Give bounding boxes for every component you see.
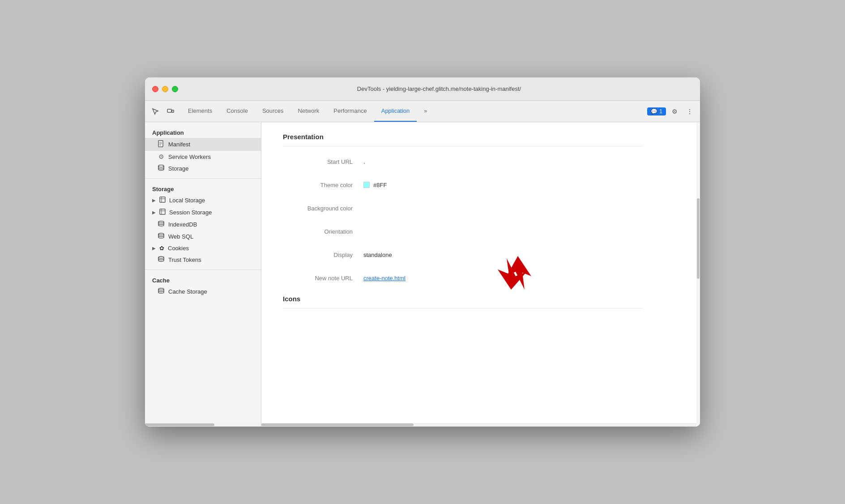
sidebar-item-web-sql[interactable]: Web SQL (145, 231, 261, 243)
cookies-chevron: ▶ (152, 246, 156, 251)
background-color-label: Background color (283, 205, 363, 212)
storage-app-icon (158, 165, 165, 172)
web-sql-label: Web SQL (168, 233, 193, 240)
field-background-color: Background color (283, 202, 643, 214)
svg-marker-18 (507, 256, 531, 290)
close-button[interactable] (152, 86, 158, 92)
sidebar-item-local-storage[interactable]: ▶ Local Storage (145, 194, 261, 206)
divider-1 (145, 178, 261, 179)
tab-performance[interactable]: Performance (326, 101, 374, 122)
cache-storage-label: Cache Storage (168, 288, 207, 295)
service-workers-label: Service Workers (168, 154, 211, 160)
start-url-link: . (363, 158, 365, 166)
new-note-url-value[interactable]: create-note.html (363, 275, 405, 282)
svg-marker-17 (498, 258, 527, 290)
field-theme-color: Theme color #8FF (283, 179, 643, 191)
sidebar-item-storage-app[interactable]: Storage (145, 162, 261, 175)
svg-point-13 (158, 221, 164, 223)
start-url-label: Start URL (283, 158, 363, 165)
tab-elements[interactable]: Elements (181, 101, 219, 122)
sidebar-item-cache-storage[interactable]: Cache Storage (145, 286, 261, 298)
local-storage-label: Local Storage (169, 197, 205, 204)
main-content: Application Manifest ⚙ Service Workers (145, 122, 700, 427)
icons-title: Icons (283, 295, 643, 308)
sidebar-item-trust-tokens[interactable]: Trust Tokens (145, 254, 261, 266)
sidebar-item-manifest[interactable]: Manifest (145, 138, 261, 151)
toolbar-right: 💬 1 ⚙ ⋮ (647, 101, 696, 122)
sidebar-item-session-storage[interactable]: ▶ Session Storage (145, 206, 261, 218)
start-url-value[interactable]: . (363, 158, 365, 166)
indexeddb-label: IndexedDB (168, 221, 197, 228)
svg-rect-0 (167, 109, 171, 112)
cache-section-title: Cache (145, 273, 261, 286)
sidebar: Application Manifest ⚙ Service Workers (145, 122, 261, 427)
display-label: Display (283, 252, 363, 258)
content-panel: Presentation Start URL . Theme color #8F… (261, 122, 700, 427)
field-new-note-url: New note URL create-note.html (283, 272, 643, 284)
tab-bar: Elements Console Sources Network Perform… (145, 101, 700, 122)
toolbar-left (149, 101, 177, 122)
storage-app-label: Storage (168, 165, 189, 172)
horizontal-scrollbar[interactable] (261, 423, 696, 427)
new-note-url-label: New note URL (283, 275, 363, 282)
session-storage-chevron: ▶ (152, 210, 156, 215)
field-start-url: Start URL . (283, 155, 643, 168)
settings-button[interactable]: ⚙ (668, 105, 681, 118)
tab-network[interactable]: Network (291, 101, 327, 122)
cookies-label: Cookies (168, 245, 189, 252)
divider-2 (145, 269, 261, 270)
chat-icon: 💬 (651, 108, 657, 115)
local-storage-icon (159, 196, 166, 204)
new-note-url-link: create-note.html (363, 275, 405, 282)
tabs: Elements Console Sources Network Perform… (181, 101, 647, 122)
vertical-scrollbar-thumb (697, 198, 700, 279)
session-storage-icon (159, 209, 166, 216)
manifest-content: Presentation Start URL . Theme color #8F… (261, 122, 664, 328)
trust-tokens-icon (158, 256, 165, 264)
theme-color-label: Theme color (283, 182, 363, 188)
icons-section: Icons (283, 295, 643, 308)
svg-point-6 (158, 165, 164, 167)
local-storage-chevron: ▶ (152, 198, 156, 203)
inspect-element-button[interactable] (149, 105, 162, 118)
fullscreen-button[interactable] (172, 86, 178, 92)
sidebar-item-indexeddb[interactable]: IndexedDB (145, 218, 261, 231)
web-sql-icon (158, 233, 165, 240)
manifest-icon (158, 140, 165, 149)
presentation-title: Presentation (283, 133, 643, 146)
manifest-label: Manifest (168, 141, 190, 148)
traffic-lights (152, 86, 178, 92)
window-title: DevTools - yielding-large-chef.glitch.me… (185, 85, 693, 92)
field-display: Display standalone (283, 248, 643, 261)
svg-point-16 (158, 288, 164, 290)
minimize-button[interactable] (162, 86, 168, 92)
more-options-button[interactable]: ⋮ (683, 105, 696, 118)
chat-count: 1 (659, 108, 662, 115)
sidebar-item-service-workers[interactable]: ⚙ Service Workers (145, 151, 261, 162)
svg-rect-7 (160, 197, 165, 202)
vertical-scrollbar[interactable] (696, 122, 700, 427)
svg-rect-1 (172, 110, 174, 112)
trust-tokens-label: Trust Tokens (168, 256, 201, 263)
cookies-icon: ✿ (159, 245, 164, 252)
cache-storage-icon (158, 288, 165, 295)
indexeddb-icon (158, 221, 165, 228)
session-storage-label: Session Storage (169, 209, 212, 216)
tab-sources[interactable]: Sources (255, 101, 291, 122)
svg-point-14 (158, 233, 164, 235)
theme-color-swatch (363, 182, 370, 188)
tab-more[interactable]: » (417, 101, 434, 122)
display-value: standalone (363, 252, 392, 258)
device-toolbar-button[interactable] (164, 105, 177, 118)
tab-application[interactable]: Application (374, 101, 417, 122)
svg-point-15 (158, 256, 164, 258)
application-section-title: Application (145, 126, 261, 138)
chat-button[interactable]: 💬 1 (647, 107, 666, 115)
horizontal-scrollbar-thumb (261, 423, 414, 426)
sidebar-item-cookies[interactable]: ▶ ✿ Cookies (145, 243, 261, 254)
sidebar-scrollbar[interactable] (145, 423, 261, 427)
tab-console[interactable]: Console (219, 101, 255, 122)
theme-color-text: #8FF (373, 182, 387, 188)
svg-rect-10 (160, 209, 165, 214)
storage-section-title: Storage (145, 182, 261, 194)
